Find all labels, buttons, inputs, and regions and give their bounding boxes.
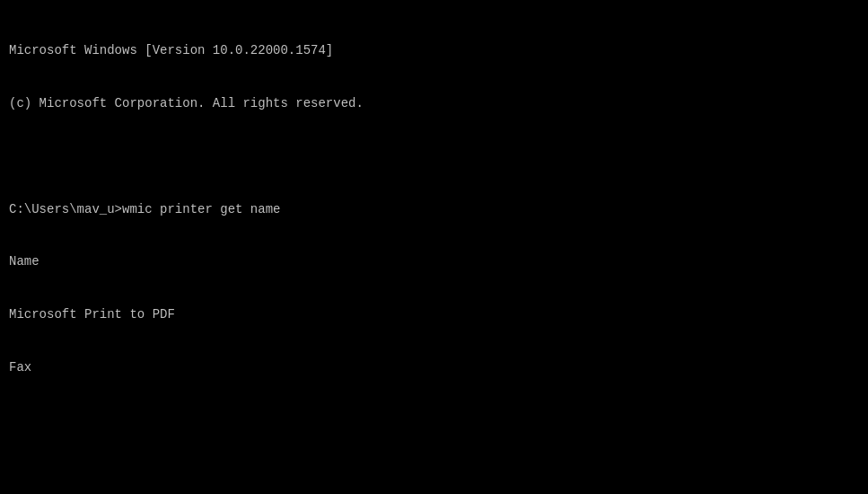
terminal-line-5: Name (9, 253, 859, 271)
terminal-line-4: C:\Users\mav_u>wmic printer get name (9, 201, 859, 219)
terminal-empty-1 (9, 148, 859, 166)
terminal-line-2: (c) Microsoft Corporation. All rights re… (9, 95, 859, 113)
terminal-empty-2 (9, 412, 859, 430)
terminal-window[interactable]: Microsoft Windows [Version 10.0.22000.15… (0, 0, 868, 494)
terminal-line-6: Microsoft Print to PDF (9, 306, 859, 324)
terminal-empty-3 (9, 464, 859, 482)
terminal-line-1: Microsoft Windows [Version 10.0.22000.15… (9, 42, 859, 60)
terminal-line-7: Fax (9, 359, 859, 377)
